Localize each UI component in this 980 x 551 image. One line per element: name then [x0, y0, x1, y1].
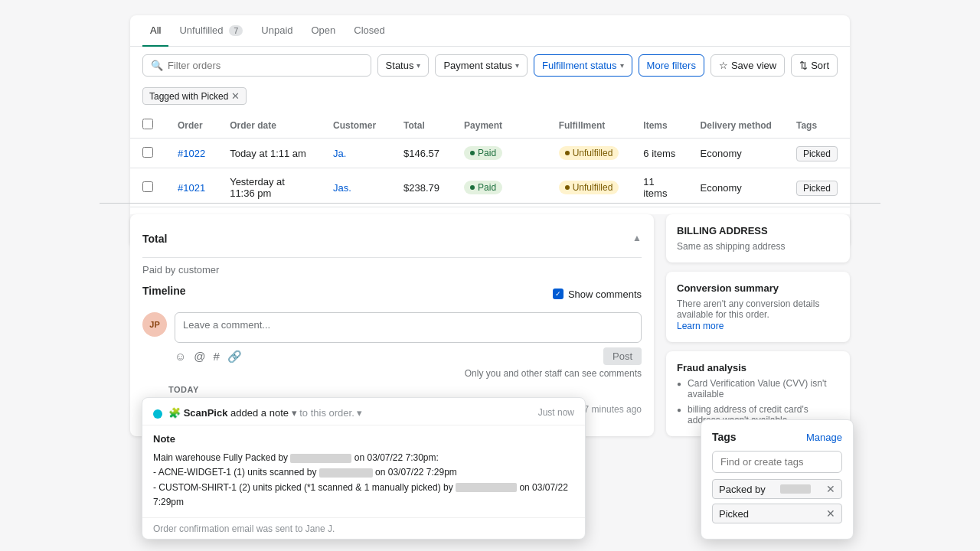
avatar: JP — [142, 312, 167, 337]
row-checkbox[interactable] — [142, 147, 153, 158]
note-title: Note — [153, 433, 574, 445]
panel-divider — [100, 203, 880, 204]
tag-item-picked: Picked ✕ — [712, 504, 842, 523]
post-button[interactable]: Post — [603, 347, 642, 365]
remove-tag-filter-icon[interactable]: ✕ — [231, 90, 240, 102]
event-time: 17 minutes ago — [579, 404, 642, 415]
billing-title: BILLING ADDRESS — [677, 225, 839, 236]
note-line1: Main warehouse Fully Packed by on 03/07/… — [153, 451, 574, 465]
timeline-header: Timeline ✓ Show comments — [142, 285, 642, 303]
note-content: Main warehouse Fully Packed by on 03/07/… — [153, 451, 574, 510]
payment-status-filter-button[interactable]: Payment status ▾ — [435, 54, 528, 77]
popup-header: 🧩 ScanPick added a note ▾ to this order.… — [142, 398, 585, 425]
row-checkbox[interactable] — [142, 181, 153, 192]
order-id: #1021 — [165, 168, 217, 207]
more-filters-button[interactable]: More filters — [639, 54, 704, 77]
order-delivery: Economy — [688, 139, 784, 168]
fulfillment-status-filter-button[interactable]: Fulfillment status ▾ — [534, 54, 632, 77]
hashtag-icon[interactable]: # — [214, 350, 220, 363]
popup-header-content: 🧩 ScanPick added a note ▾ to this order.… — [168, 407, 532, 419]
private-note-text: Only you and other staff can see comment… — [175, 368, 642, 379]
order-total: $238.79 — [391, 168, 452, 207]
order-payment: Paid — [452, 139, 547, 168]
order-tags: Picked — [784, 168, 850, 207]
tab-open[interactable]: Open — [304, 15, 344, 47]
blurred-name — [290, 454, 351, 463]
tags-title: Tags — [712, 431, 737, 443]
show-comments-toggle[interactable]: ✓ Show comments — [553, 289, 642, 300]
note-popup: 🧩 ScanPick added a note ▾ to this order.… — [142, 397, 586, 540]
tab-unfulfilled[interactable]: Unfulfilled 7 — [172, 15, 250, 47]
chevron-down-icon: ▾ — [416, 61, 420, 70]
popup-body: Note Main warehouse Fully Packed by on 0… — [142, 425, 585, 517]
fraud-title: Fraud analysis — [677, 362, 839, 373]
search-box[interactable]: 🔍 — [142, 54, 371, 77]
remove-tag-packed-icon[interactable]: ✕ — [826, 483, 835, 495]
order-delivery: Economy — [688, 168, 784, 207]
popup-footer: Order confirmation email was sent to Jan… — [142, 517, 585, 539]
save-view-button[interactable]: ☆ Save view — [710, 54, 785, 77]
table-row[interactable]: #1022 Today at 1:11 am Ja. $146.57 Paid … — [130, 139, 850, 168]
total-section: Total ▲ — [142, 227, 642, 258]
show-comments-checkbox[interactable]: ✓ — [553, 289, 564, 299]
billing-address: Same as shipping address — [677, 241, 839, 252]
remove-tag-picked-icon[interactable]: ✕ — [826, 507, 835, 520]
order-tabs: All Unfulfilled 7 Unpaid Open Closed — [130, 15, 850, 47]
tab-unpaid[interactable]: Unpaid — [253, 15, 300, 47]
collapse-icon[interactable]: ▲ — [632, 233, 642, 251]
search-icon: 🔍 — [151, 60, 163, 71]
order-customer: Ja. — [321, 139, 391, 168]
note-line3: - CUSTOM-SHIRT-1 (2) units picked (*1 sc… — [153, 481, 574, 510]
popup-time: Just now — [538, 407, 574, 418]
chevron-down-icon: ▾ — [620, 61, 624, 70]
unfulfilled-badge: 7 — [229, 25, 243, 36]
tag-chip-picked: Tagged with Picked ✕ — [142, 87, 247, 105]
table-row[interactable]: #1021 Yesterday at 11:36 pm Jas. $238.79… — [130, 168, 850, 207]
order-detail-side: BILLING ADDRESS Same as shipping address… — [666, 214, 850, 436]
order-items: 6 items — [631, 139, 688, 168]
tag-item-packed-by: Packed by ✕ — [712, 479, 842, 499]
order-items: 11 items — [631, 168, 688, 207]
conversion-empty-text: There aren't any conversion details avai… — [677, 298, 839, 320]
emoji-icon[interactable]: ☺ — [175, 350, 186, 363]
note-line2: - ACNE-WIDGET-1 (1) units scanned by on … — [153, 465, 574, 480]
learn-more-link[interactable]: Learn more — [677, 321, 724, 331]
status-filter-button[interactable]: Status ▾ — [377, 54, 430, 77]
comment-tools: ☺ @ # 🔗 Post — [175, 347, 642, 365]
conversion-title: Conversion summary — [677, 282, 839, 294]
tags-panel: Tags Manage Packed by ✕ Picked ✕ — [701, 419, 854, 540]
tab-all[interactable]: All — [142, 15, 168, 47]
tag-filter-row: Tagged with Picked ✕ — [130, 84, 850, 112]
find-create-tags-input[interactable] — [712, 451, 842, 473]
col-items: Items — [631, 112, 688, 139]
order-total: $146.57 — [391, 139, 452, 168]
tab-closed[interactable]: Closed — [346, 15, 392, 47]
total-label: Total — [142, 233, 167, 245]
attachment-icon[interactable]: 🔗 — [227, 350, 242, 364]
order-payment: Paid — [452, 168, 547, 207]
col-total: Total — [391, 112, 452, 139]
filters-row: 🔍 Status ▾ Payment status ▾ Fulfillment … — [130, 47, 850, 84]
order-fulfillment: Unfulfilled — [547, 139, 632, 168]
sort-icon: ⇅ — [799, 60, 808, 71]
tags-header: Tags Manage — [712, 431, 842, 443]
timeline-label: Timeline — [142, 285, 186, 297]
blurred-name — [319, 468, 373, 478]
cvv-text: Card Verification Value (CVV) isn't avai… — [688, 378, 839, 399]
comment-input-area: JP Leave a comment... ☺ @ # 🔗 Post Only … — [142, 312, 642, 379]
col-order: Order — [165, 112, 217, 139]
search-input[interactable] — [168, 60, 363, 71]
mention-icon[interactable]: @ — [194, 350, 205, 363]
today-label: TODAY — [142, 385, 642, 394]
sort-button[interactable]: ⇅ Sort — [791, 54, 838, 77]
billing-card: BILLING ADDRESS Same as shipping address — [666, 214, 850, 262]
comment-field[interactable]: Leave a comment... — [175, 312, 642, 343]
blurred-name — [456, 483, 517, 492]
chevron-down-icon: ▾ — [515, 61, 519, 70]
order-date: Today at 1:11 am — [217, 139, 321, 168]
manage-tags-link[interactable]: Manage — [806, 432, 842, 443]
select-all-checkbox[interactable] — [142, 119, 153, 129]
order-date: Yesterday at 11:36 pm — [217, 168, 321, 207]
chevron-dropdown-icon: ▾ — [292, 407, 297, 419]
order-customer: Jas. — [321, 168, 391, 207]
